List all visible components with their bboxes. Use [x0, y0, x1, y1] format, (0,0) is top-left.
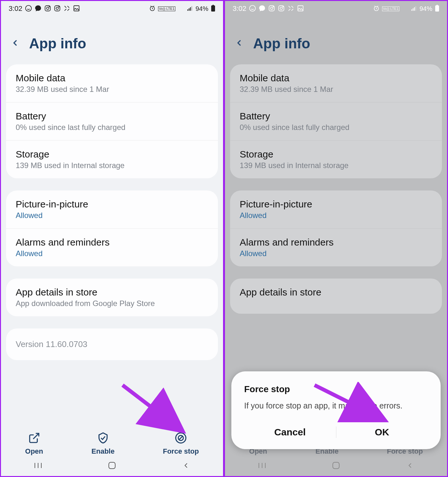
- battery-title: Battery: [240, 111, 432, 122]
- alarms-row[interactable]: Alarms and reminders Allowed: [6, 228, 218, 266]
- force-stop-icon: [175, 432, 187, 444]
- recents-button[interactable]: [252, 462, 272, 469]
- svg-line-15: [33, 433, 38, 439]
- storage-row: Storage 139 MB used in Internal storage: [230, 140, 442, 178]
- open-icon: [28, 432, 40, 444]
- svg-rect-37: [435, 5, 439, 12]
- open-button[interactable]: Open: [25, 432, 43, 456]
- version-text: Version 11.60.0703: [6, 328, 218, 360]
- back-button[interactable]: [235, 36, 244, 51]
- store-row: App details in store: [230, 279, 442, 314]
- permissions-card: Picture-in-picture Allowed Alarms and re…: [6, 190, 218, 266]
- store-title: App details in store: [240, 287, 432, 298]
- storage-sub: 139 MB used in Internal storage: [16, 161, 208, 170]
- 5g-icon: 5G: [178, 7, 184, 11]
- alarms-title: Alarms and reminders: [240, 237, 432, 248]
- store-title: App details in store: [16, 287, 208, 298]
- svg-line-23: [123, 385, 177, 427]
- status-time: 3:02: [9, 4, 22, 13]
- storage-row[interactable]: Storage 139 MB used in Internal storage: [6, 140, 218, 178]
- volte-icon: Vo)) LTE1: [382, 6, 400, 11]
- alarms-sub: Allowed: [16, 249, 208, 258]
- back-button[interactable]: [11, 36, 20, 51]
- svg-rect-35: [414, 7, 415, 11]
- svg-rect-10: [189, 8, 190, 11]
- alarm-icon: [373, 5, 380, 12]
- svg-point-30: [283, 6, 283, 7]
- mobile-data-title: Mobile data: [16, 73, 208, 84]
- svg-point-29: [280, 7, 282, 9]
- enable-button[interactable]: Enable: [92, 432, 115, 456]
- svg-rect-42: [333, 462, 339, 469]
- alarm-icon: [149, 5, 156, 12]
- battery-icon: [435, 5, 439, 13]
- pip-title: Picture-in-picture: [240, 199, 432, 210]
- battery-title: Battery: [16, 111, 208, 122]
- svg-point-3: [49, 6, 50, 7]
- force-stop-dialog: Force stop If you force stop an app, it …: [231, 371, 441, 449]
- enable-label: Enable: [92, 447, 115, 456]
- battery-pct: 94%: [196, 5, 208, 12]
- force-stop-button[interactable]: Force stop: [163, 432, 199, 456]
- whatsapp-icon: [249, 5, 256, 13]
- instagram-icon-2: [54, 5, 61, 13]
- battery-sub: 0% used since last fully charged: [240, 123, 432, 132]
- pip-row: Picture-in-picture Allowed: [230, 190, 442, 228]
- svg-point-2: [46, 7, 49, 9]
- page-title: App info: [29, 36, 86, 52]
- svg-line-18: [179, 436, 183, 440]
- svg-rect-9: [187, 9, 188, 11]
- storage-sub: 139 MB used in Internal storage: [240, 161, 432, 170]
- svg-rect-38: [436, 5, 438, 5]
- mobile-data-row[interactable]: Mobile data 32.39 MB used since 1 Mar: [6, 64, 218, 102]
- svg-point-26: [270, 7, 273, 9]
- svg-rect-13: [211, 5, 215, 12]
- action-bar: Open Enable Force stop: [1, 429, 223, 456]
- store-row[interactable]: App details in store App downloaded from…: [6, 279, 218, 316]
- nav-back-button[interactable]: [400, 462, 420, 469]
- store-card: App details in store: [230, 279, 442, 314]
- signal-icon: [187, 5, 193, 12]
- screenshot-left: 3:02: [0, 0, 224, 477]
- instagram-icon-2: [278, 5, 285, 13]
- battery-row[interactable]: Battery 0% used since last fully charged: [6, 102, 218, 140]
- page-title: App info: [253, 36, 310, 52]
- home-button[interactable]: [326, 461, 346, 470]
- svg-rect-14: [212, 5, 214, 5]
- android-nav-bar: [225, 457, 447, 473]
- enable-icon: [97, 432, 109, 444]
- status-bar: 3:02: [225, 1, 447, 16]
- version-card: Version 11.60.0703: [6, 328, 218, 360]
- svg-rect-36: [415, 6, 416, 11]
- mobile-data-title: Mobile data: [240, 73, 432, 84]
- volte-icon: Vo)) LTE1: [158, 6, 176, 11]
- recents-button[interactable]: [28, 462, 48, 469]
- force-stop-label: Force stop: [163, 447, 199, 456]
- usage-card: Mobile data 32.39 MB used since 1 Mar Ba…: [230, 64, 442, 178]
- dialog-ok-button[interactable]: OK: [336, 423, 428, 441]
- alarms-sub: Allowed: [240, 249, 432, 258]
- permissions-card: Picture-in-picture Allowed Alarms and re…: [230, 190, 442, 266]
- status-time: 3:02: [233, 4, 246, 13]
- store-card: App details in store App downloaded from…: [6, 279, 218, 316]
- svg-rect-7: [74, 5, 79, 11]
- dialog-body: If you force stop an app, it may cause e…: [244, 400, 428, 411]
- storage-title: Storage: [240, 149, 432, 160]
- page-header: App info: [1, 16, 223, 64]
- home-button[interactable]: [102, 461, 122, 470]
- mobile-data-sub: 32.39 MB used since 1 Mar: [16, 85, 208, 94]
- svg-rect-33: [411, 9, 412, 11]
- alarms-row: Alarms and reminders Allowed: [230, 228, 442, 266]
- screenshot-right: 3:02: [224, 0, 448, 477]
- svg-point-24: [250, 5, 255, 11]
- battery-icon: [211, 5, 215, 13]
- message-icon: [35, 5, 42, 13]
- dialog-cancel-button[interactable]: Cancel: [244, 423, 336, 441]
- svg-point-5: [56, 7, 58, 9]
- pip-row[interactable]: Picture-in-picture Allowed: [6, 190, 218, 228]
- storage-title: Storage: [16, 149, 208, 160]
- image-icon: [73, 5, 80, 13]
- instagram-icon: [44, 5, 51, 13]
- pip-sub: Allowed: [240, 211, 432, 220]
- nav-back-button[interactable]: [176, 462, 196, 469]
